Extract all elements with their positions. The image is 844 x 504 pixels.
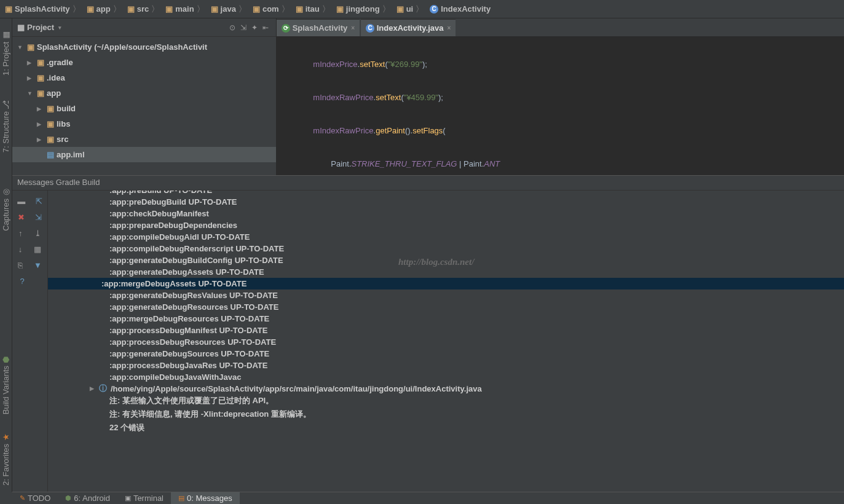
- messages-icon: ▤: [178, 494, 184, 502]
- terminal-icon: ▣: [125, 494, 131, 502]
- close-icon[interactable]: ✖: [18, 213, 25, 222]
- breadcrumb-bar: ▣SplashActivity ▣app ▣src ▣main ▣java ▣c…: [0, 0, 844, 18]
- favorites-icon: ★: [1, 433, 10, 442]
- tree-idea[interactable]: ▶▣.idea: [12, 70, 276, 85]
- build-line[interactable]: :app:generateDebugResValues UP-TO-DATE: [48, 289, 844, 301]
- folder-icon: ▣: [253, 4, 260, 14]
- project-panel-title[interactable]: ▦Project: [17, 23, 61, 32]
- note-line: 注: 某些输入文件使用或覆盖了已过时的 API。: [48, 394, 844, 408]
- build-line[interactable]: :app:preBuild UP-TO-DATE: [48, 191, 844, 196]
- folder-icon: ▣: [296, 4, 303, 14]
- crumb-com[interactable]: ▣com: [250, 4, 293, 15]
- collapse-all-icon[interactable]: ⇲: [240, 23, 246, 32]
- build-line[interactable]: :app:preDebugBuild UP-TO-DATE: [48, 196, 844, 208]
- crumb-java[interactable]: ▣java: [208, 4, 250, 15]
- build-line[interactable]: :app:checkDebugManifest: [48, 208, 844, 219]
- project-tree[interactable]: ▼▣SplashActivity (~/Apple/source/SplashA…: [12, 37, 276, 175]
- rail-build-variants[interactable]: Build Variants⬢: [1, 355, 10, 414]
- rail-project[interactable]: 1: Project▦: [1, 31, 10, 76]
- folder-icon: ▣: [47, 135, 54, 144]
- info-icon: ⓘ: [99, 383, 107, 394]
- tree-app[interactable]: ▼▣app: [12, 85, 276, 101]
- messages-output[interactable]: :app:preBuild UP-TO-DATE :app:preDebugBu…: [48, 191, 844, 492]
- crumb-src[interactable]: ▣src: [125, 4, 164, 15]
- tree-iml[interactable]: ▤app.iml: [12, 147, 276, 162]
- build-line[interactable]: :app:processDebugManifest UP-TO-DATE: [48, 325, 844, 336]
- iml-icon: ▤: [47, 150, 54, 159]
- folder-icon: ▣: [37, 73, 44, 82]
- crumb-main[interactable]: ▣main: [163, 4, 208, 15]
- tab-splashactivity[interactable]: ⟳ SplashActivity×: [277, 19, 360, 36]
- hide-icon[interactable]: ⇤: [262, 23, 269, 32]
- class-icon: C: [430, 5, 438, 14]
- expand-icon[interactable]: ⇱: [36, 197, 42, 206]
- up-icon[interactable]: ↑: [18, 229, 23, 238]
- project-title-icon: ▦: [17, 23, 25, 32]
- crumb-itau[interactable]: ▣itau: [293, 4, 334, 15]
- java-icon: ⟳: [282, 24, 290, 33]
- bottom-messages[interactable]: ▤0: Messages: [171, 492, 240, 505]
- tree-build[interactable]: ▶▣build: [12, 101, 276, 116]
- export-icon[interactable]: ⤓: [34, 229, 41, 238]
- structure-rail-icon: ⎇: [1, 100, 10, 109]
- crumb-jingdong[interactable]: ▣jingdong: [334, 4, 394, 15]
- editor-tabs: ⟳ SplashActivity× C IndexActivity.java×: [277, 18, 844, 37]
- rail-captures[interactable]: Captures◎: [1, 187, 10, 231]
- collapse-icon[interactable]: ⇲: [35, 213, 42, 222]
- tree-libs[interactable]: ▶▣libs: [12, 116, 276, 132]
- rail-favorites[interactable]: 2: Favorites★: [1, 433, 10, 486]
- build-line[interactable]: :app:processDebugResources UP-TO-DATE: [48, 336, 844, 348]
- tree-src[interactable]: ▶▣src: [12, 132, 276, 147]
- messages-header: Messages Gradle Build: [12, 176, 844, 191]
- left-tool-rail: 1: Project▦ 7: Structure⎇: [0, 18, 12, 175]
- build-line[interactable]: :app:prepareDebugDependencies: [48, 219, 844, 231]
- close-tab-icon[interactable]: ×: [448, 25, 451, 31]
- error-file-row[interactable]: ▶ⓘ/home/ying/Apple/source/SplashActivity…: [48, 383, 844, 394]
- build-line[interactable]: :app:generateDebugSources UP-TO-DATE: [48, 348, 844, 360]
- stop-icon[interactable]: ▬: [17, 197, 25, 206]
- help-icon[interactable]: ?: [20, 277, 24, 286]
- build-line[interactable]: :app:compileDebugAidl UP-TO-DATE: [48, 231, 844, 243]
- android-icon: ⬢: [65, 494, 71, 502]
- messages-toolbar: ▬⇱ ✖⇲ ↑⤓ ↓▦ ⎘▼ ?: [12, 191, 48, 492]
- build-line[interactable]: :app:compileDebugRenderscript UP-TO-DATE: [48, 243, 844, 254]
- folder-icon: ▣: [87, 4, 94, 14]
- bottom-terminal[interactable]: ▣Terminal: [117, 492, 171, 505]
- crumb-app[interactable]: ▣app: [84, 4, 125, 15]
- crumb-ui[interactable]: ▣ui: [394, 4, 428, 15]
- project-panel: ▦Project ⊙ ⇲ ✦ ⇤ ▼▣SplashActivity (~/App…: [12, 18, 277, 175]
- project-rail-icon: ▦: [1, 31, 10, 40]
- bottom-bar: ✎TODO ⬢6: Android ▣Terminal ▤0: Messages: [12, 492, 844, 504]
- pin-icon[interactable]: ⎘: [18, 261, 23, 270]
- rail-structure[interactable]: 7: Structure⎇: [1, 100, 10, 152]
- project-panel-header: ▦Project ⊙ ⇲ ✦ ⇤: [12, 18, 276, 37]
- class-icon: C: [366, 24, 374, 33]
- folder-icon: ▣: [47, 104, 54, 113]
- layout-icon[interactable]: ▦: [34, 245, 41, 254]
- tree-root[interactable]: ▼▣SplashActivity (~/Apple/source/SplashA…: [12, 39, 276, 55]
- folder-icon: ▣: [396, 4, 404, 14]
- tree-gradle[interactable]: ▶▣.gradle: [12, 55, 276, 70]
- project-icon: ▣: [5, 4, 12, 14]
- build-line[interactable]: :app:generateDebugAssets UP-TO-DATE: [48, 266, 844, 278]
- filter-icon[interactable]: ▼: [34, 261, 42, 270]
- bottom-todo[interactable]: ✎TODO: [12, 492, 58, 505]
- build-line[interactable]: :app:compileDebugJavaWithJavac: [48, 371, 844, 383]
- scroll-from-source-icon[interactable]: ⊙: [229, 23, 235, 32]
- build-line[interactable]: :app:processDebugJavaRes UP-TO-DATE: [48, 360, 844, 371]
- build-line[interactable]: :app:generateDebugBuildConfig UP-TO-DATE: [48, 254, 844, 266]
- settings-icon[interactable]: ✦: [251, 23, 258, 32]
- folder-icon: ▣: [336, 4, 344, 14]
- code-editor[interactable]: mIndexPrice.setText("¥269.99"); mIndexRa…: [277, 37, 844, 175]
- crumb-project[interactable]: ▣SplashActivity: [2, 4, 84, 15]
- crumb-class[interactable]: CIndexActivity: [427, 4, 497, 14]
- tab-indexactivity[interactable]: C IndexActivity.java×: [361, 19, 456, 36]
- build-line[interactable]: :app:mergeDebugResources UP-TO-DATE: [48, 313, 844, 325]
- build-line[interactable]: :app:generateDebugResources UP-TO-DATE: [48, 301, 844, 313]
- down-icon[interactable]: ↓: [18, 245, 23, 254]
- close-tab-icon[interactable]: ×: [351, 25, 355, 31]
- bottom-android[interactable]: ⬢6: Android: [58, 492, 117, 505]
- build-line-selected[interactable]: :app:mergeDebugAssets UP-TO-DATE: [48, 278, 844, 289]
- editor-area: ⟳ SplashActivity× C IndexActivity.java× …: [277, 18, 844, 175]
- captures-icon: ◎: [1, 187, 10, 197]
